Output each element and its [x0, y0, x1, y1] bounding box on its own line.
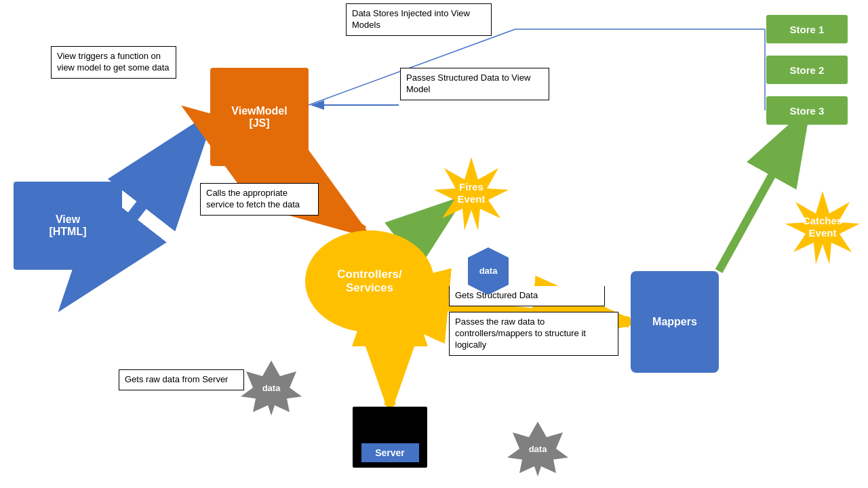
data-bottom-right-starburst: data: [507, 420, 568, 478]
data-stores-callout: Data Stores Injected into View Models: [346, 3, 492, 36]
architecture-diagram: View triggers a function on view model t…: [0, 0, 868, 488]
store3-box: Store 3: [766, 96, 848, 125]
passes-structured-callout: Passes Structured Data to View Model: [400, 68, 549, 100]
store1-box: Store 1: [766, 15, 848, 43]
server-box: Server: [353, 407, 427, 468]
data-bottom-left-starburst: data: [241, 359, 302, 417]
fires-event-starburst: Fires Event: [434, 156, 509, 230]
controllers-circle: Controllers/ Services: [305, 230, 434, 332]
svg-line-9: [125, 119, 209, 226]
view-trigger-callout: View triggers a function on view model t…: [51, 46, 176, 79]
viewmodel-box: ViewModel [JS]: [210, 68, 309, 166]
view-box: View [HTML]: [14, 182, 122, 270]
data-top-starburst: data: [461, 244, 515, 298]
catches-event-starburst: Catches Event: [785, 190, 860, 264]
gets-raw-callout: Gets raw data from Server: [119, 369, 244, 390]
passes-raw-callout: Passes the raw data to controllers/mappe…: [449, 312, 618, 356]
calls-service-callout: Calls the appropriate service to fetch t…: [200, 183, 319, 216]
mappers-box: Mappers: [631, 271, 719, 373]
store2-box: Store 2: [766, 56, 848, 84]
